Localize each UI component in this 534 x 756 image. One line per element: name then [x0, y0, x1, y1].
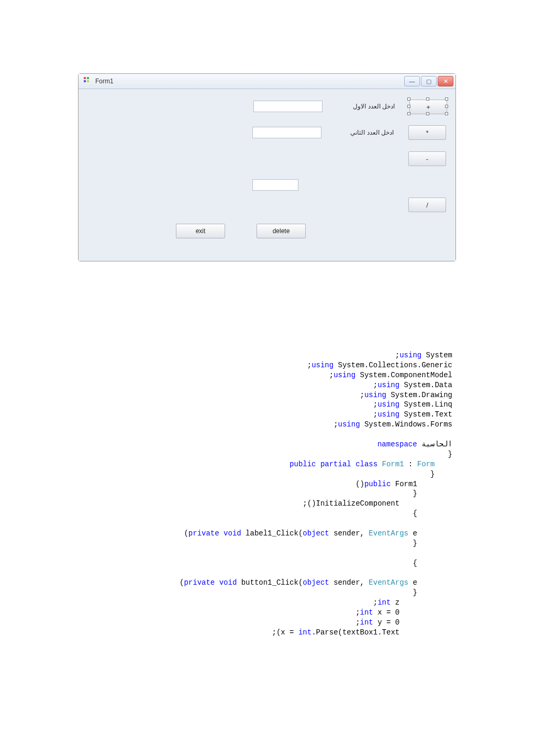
- plus-button-selected: +: [409, 100, 446, 113]
- code-listing: ;using System ;using System.Collections.…: [117, 350, 497, 638]
- maximize-icon: ▢: [426, 78, 431, 85]
- divide-button-label: /: [426, 201, 428, 209]
- exit-button-label: exit: [196, 227, 206, 235]
- delete-button[interactable]: delete: [257, 224, 306, 238]
- second-number-label: ادخل العدد الثاني: [336, 129, 394, 136]
- minimize-button[interactable]: —: [404, 76, 420, 86]
- form-client-area: ادخل العدد الاول + ادخل العدد الثاني * -: [79, 89, 455, 261]
- minimize-icon: —: [409, 78, 415, 84]
- winforms-window: Form1 — ▢ ✕ ادخل العدد الاول +: [78, 73, 456, 261]
- plus-button-label: +: [426, 103, 430, 111]
- multiply-button[interactable]: *: [408, 125, 446, 140]
- exit-button[interactable]: exit: [176, 224, 225, 238]
- result-input[interactable]: [252, 179, 298, 191]
- window-buttons: — ▢ ✕: [404, 76, 453, 86]
- first-number-input[interactable]: [253, 101, 322, 112]
- close-button[interactable]: ✕: [438, 76, 453, 86]
- second-number-input[interactable]: [252, 127, 321, 138]
- titlebar: Form1 — ▢ ✕: [79, 74, 455, 89]
- maximize-button[interactable]: ▢: [421, 76, 437, 86]
- divide-button[interactable]: /: [408, 198, 446, 212]
- minus-button-label: -: [426, 155, 428, 163]
- delete-button-label: delete: [273, 227, 290, 235]
- form-icon: [84, 77, 92, 85]
- multiply-button-label: *: [426, 129, 428, 137]
- minus-button[interactable]: -: [408, 151, 446, 166]
- close-icon: ✕: [443, 78, 448, 85]
- first-number-label: ادخل العدد الاول: [337, 103, 395, 110]
- window-title: Form1: [95, 78, 114, 85]
